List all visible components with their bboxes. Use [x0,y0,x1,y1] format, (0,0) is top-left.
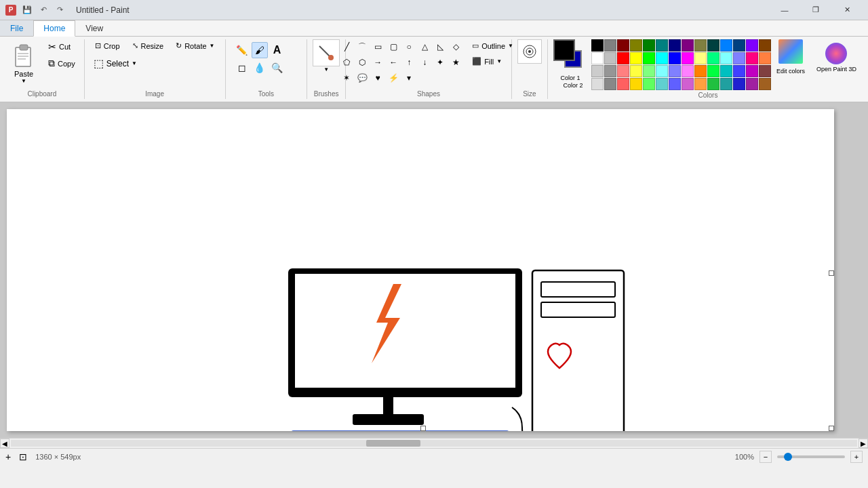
5point-star-tool[interactable]: ★ [448,55,463,70]
outline-button[interactable]: ▭ Outline ▼ [467,39,518,52]
h-scroll-thumb[interactable] [366,440,420,447]
color-cell-15[interactable] [604,52,616,64]
color-cell-42[interactable] [591,78,604,90]
color-cell-26[interactable] [746,52,758,64]
color-cell-32[interactable] [643,65,655,77]
color-cell-14[interactable] [591,52,604,64]
color-cell-49[interactable] [682,78,694,90]
lightning-tool[interactable]: ⚡ [386,70,401,85]
4point-star-tool[interactable]: ✦ [433,55,448,70]
canvas[interactable] [7,109,834,431]
color-cell-6[interactable] [669,39,681,52]
color-cell-30[interactable] [617,65,629,77]
rounded-rect-tool[interactable]: ▢ [386,39,401,54]
pentagon-tool[interactable]: ⬠ [339,55,354,70]
minimize-btn[interactable]: — [769,0,800,20]
rotate-button[interactable]: ↻ Rotate ▼ [171,39,219,52]
color-cell-5[interactable] [656,39,668,52]
callout-tool[interactable]: 💬 [355,70,370,85]
color-cell-50[interactable] [694,78,707,90]
color-cell-25[interactable] [733,52,745,64]
heart-tool[interactable]: ♥ [370,70,385,85]
brush-fill-tool[interactable]: 🖌 [252,42,268,58]
curve-tool[interactable]: ⌒ [355,39,370,54]
color-cell-18[interactable] [643,52,655,64]
color-cell-54[interactable] [746,78,758,90]
more-shapes[interactable]: ▾ [401,70,416,85]
color-cell-55[interactable] [759,78,771,90]
text-tool[interactable]: A [269,42,285,58]
arrow-down-tool[interactable]: ↓ [417,55,432,70]
color-cell-3[interactable] [630,39,642,52]
edit-colors-icon[interactable] [778,39,803,64]
undo-btn[interactable]: ↶ [37,3,50,17]
add-canvas-icon[interactable]: + [5,451,11,462]
color-cell-40[interactable] [746,65,758,77]
close-btn[interactable]: ✕ [831,0,863,20]
6point-star-tool[interactable]: ✶ [339,70,354,85]
eraser-tool[interactable]: ◻ [234,60,250,76]
zoom-out-btn[interactable]: − [760,451,772,463]
magnifier-tool[interactable]: 🔍 [269,60,285,76]
edit-colors-button[interactable]: Edit colors [775,66,806,76]
crop-button[interactable]: ⊡ Crop [90,39,125,52]
maximize-btn[interactable]: ❐ [800,0,831,20]
cut-button[interactable]: ✂ Cut [45,39,79,54]
color-cell-45[interactable] [630,78,642,90]
color-cell-21[interactable] [682,52,694,64]
color-cell-9[interactable] [707,39,719,52]
color-cell-0[interactable] [591,39,604,52]
paste-button[interactable]: Paste ▼ [5,39,42,87]
size-picker[interactable] [517,39,542,64]
color-cell-28[interactable] [591,65,604,77]
color-cell-22[interactable] [694,52,707,64]
save-quick-btn[interactable]: 💾 [20,3,34,17]
h-scrollbar[interactable]: ◀ ▶ [0,438,868,448]
color-cell-24[interactable] [720,52,732,64]
color-cell-37[interactable] [707,65,719,77]
fill-button[interactable]: ⬛ Fill ▼ [467,55,518,68]
resize-handle-bottom-mid[interactable] [420,426,426,431]
resize-handle-right-mid[interactable] [829,270,834,276]
triangle-tool[interactable]: △ [417,39,432,54]
right-triangle-tool[interactable]: ◺ [433,39,448,54]
color-cell-38[interactable] [720,65,732,77]
color-picker-tool[interactable]: 💧 [252,60,268,76]
select-button[interactable]: ⬚ Select ▼ [90,54,140,73]
scroll-left-btn[interactable]: ◀ [0,439,9,448]
color-cell-12[interactable] [746,39,758,52]
color-cell-39[interactable] [733,65,745,77]
brushes-display[interactable]: ▼ [313,39,340,73]
tab-file[interactable]: File [0,20,33,36]
color-cell-31[interactable] [630,65,642,77]
zoom-in-btn[interactable]: + [850,451,863,463]
redo-btn[interactable]: ↷ [53,3,66,17]
color-cell-7[interactable] [682,39,694,52]
arrow-left-tool[interactable]: ← [386,55,401,70]
ellipse-tool[interactable]: ○ [401,39,416,54]
color-cell-2[interactable] [617,39,629,52]
color-cell-48[interactable] [669,78,681,90]
color-cell-4[interactable] [643,39,655,52]
color-cell-8[interactable] [694,39,707,52]
color-cell-52[interactable] [720,78,732,90]
color1-swatch[interactable] [553,39,575,61]
copy-button[interactable]: ⧉ Copy [45,56,79,71]
resize-button[interactable]: ⤡ Resize [127,39,169,52]
color-cell-16[interactable] [617,52,629,64]
color-cell-29[interactable] [604,65,616,77]
color-cell-1[interactable] [604,39,616,52]
resize-handle-bottom-right[interactable] [829,426,834,431]
color-cell-35[interactable] [682,65,694,77]
color-cell-43[interactable] [604,78,616,90]
zoom-slider[interactable] [777,455,845,458]
tab-home[interactable]: Home [33,20,75,37]
brush-icon[interactable] [313,39,340,66]
color-cell-34[interactable] [669,65,681,77]
line-tool[interactable]: ╱ [339,39,354,54]
color-cell-20[interactable] [669,52,681,64]
color-cell-10[interactable] [720,39,732,52]
arrow-up-tool[interactable]: ↑ [401,55,416,70]
color-cell-53[interactable] [733,78,745,90]
hexagon-tool[interactable]: ⬡ [355,55,370,70]
